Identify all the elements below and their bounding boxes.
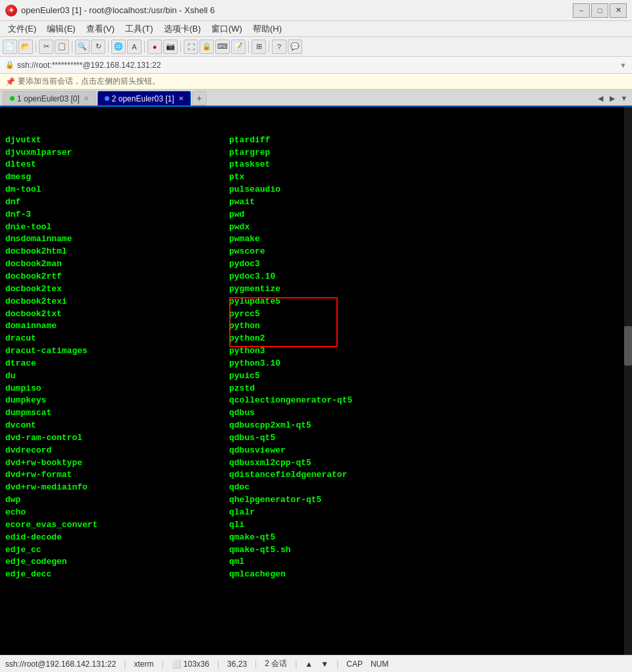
table-row: dwpqhelpgenerator-qt5 <box>5 494 627 507</box>
toolbar-sep5 <box>180 41 181 53</box>
toolbar-grid[interactable]: ⊞ <box>251 40 266 54</box>
toolbar-script[interactable]: 📝 <box>231 40 246 54</box>
minimize-button[interactable]: − <box>573 3 590 18</box>
status-size: ⬜ 103x36 <box>172 659 209 669</box>
table-row: dvd-ram-controlqdbus-qt5 <box>5 432 627 445</box>
tab-add-button[interactable]: + <box>192 91 207 105</box>
status-pos-text: 36,23 <box>227 659 247 669</box>
toolbar-sep7 <box>269 41 269 53</box>
menu-item-6[interactable]: 帮助(H) <box>248 22 287 36</box>
menu-item-0[interactable]: 文件(E) <box>3 22 41 36</box>
table-row: dm-toolpulseaudio <box>5 184 627 196</box>
toolbar-globe[interactable]: 🌐 <box>111 40 126 54</box>
toolbar-bubble[interactable]: 💬 <box>288 40 302 54</box>
status-num-text: NUM <box>371 659 388 669</box>
statusbar: ssh://root@192.168.142.131:22 | xterm | … <box>0 655 632 672</box>
table-row: dvcontqdbuscpp2xml-qt5 <box>5 420 627 432</box>
status-nav-down[interactable]: ▼ <box>321 659 329 669</box>
menu-item-1[interactable]: 编辑(E) <box>41 22 80 36</box>
addr-lock-icon: 🔒 <box>5 61 14 69</box>
toolbar-sep6 <box>248 41 249 53</box>
menubar: 文件(E)编辑(E)查看(V)工具(T)选项卡(B)窗口(W)帮助(H) <box>0 21 632 37</box>
toolbar-fullscreen[interactable]: ⛶ <box>184 40 198 54</box>
window-controls: − □ ✕ <box>573 3 627 18</box>
table-row: dracut-catimagespython3 <box>5 345 627 358</box>
tab-next-button[interactable]: ▶ <box>607 91 618 105</box>
toolbar-sep4 <box>144 41 145 53</box>
menu-item-2[interactable]: 查看(V) <box>81 22 120 36</box>
app-window: ✦ openEuler03 [1] - root@localhost:/usr/… <box>0 0 632 672</box>
menu-item-4[interactable]: 选项卡(B) <box>159 22 206 36</box>
menu-item-3[interactable]: 工具(T) <box>120 22 159 36</box>
toolbar-cut[interactable]: ✂ <box>39 40 53 54</box>
toolbar-sep3 <box>108 41 109 53</box>
toolbar-refresh[interactable]: ↻ <box>91 40 105 54</box>
status-sessions-text: 2 会话 <box>265 658 287 669</box>
toolbar-red[interactable]: ● <box>147 40 162 54</box>
table-row: dmesgptx <box>5 171 627 184</box>
tab-0-label: 1 openEuler03 [0] <box>17 94 80 103</box>
titlebar: ✦ openEuler03 [1] - root@localhost:/usr/… <box>0 0 632 21</box>
addr-dropdown-icon[interactable]: ▼ <box>619 61 627 69</box>
table-row: djvutxtptardiff <box>5 134 627 147</box>
tab-menu-button[interactable]: ▼ <box>619 91 629 105</box>
table-row: dnsdomainnamepwmake <box>5 233 627 246</box>
tabbar: 1 openEuler03 [0] ✕ 2 openEuler03 [1] ✕ … <box>0 90 632 107</box>
toolbar-copy[interactable]: 📋 <box>55 40 69 54</box>
table-row: docbook2texipylupdate5 <box>5 296 627 308</box>
infobar-text: 要添加当前会话，点击左侧的箭头按钮。 <box>18 76 160 87</box>
status-cap-text: CAP <box>346 659 363 669</box>
tab-1-close[interactable]: ✕ <box>178 95 184 102</box>
table-row: dumpmscatqdbus <box>5 407 627 420</box>
table-row: djvuxmlparserptargrep <box>5 147 627 159</box>
tab-0-dot <box>10 96 14 101</box>
addressbar: 🔒 ssh://root:**********@192.168.142.131:… <box>0 57 632 74</box>
toolbar-lock[interactable]: 🔒 <box>199 40 214 54</box>
table-row: dtracepython3.10 <box>5 358 627 370</box>
toolbar-camera[interactable]: 📷 <box>163 40 178 54</box>
table-row: dvd+rw-booktypeqdbusxml2cpp-qt5 <box>5 457 627 470</box>
status-nav-up[interactable]: ▲ <box>305 659 313 669</box>
scrollbar-thumb[interactable] <box>624 326 632 366</box>
tab-prev-button[interactable]: ◀ <box>595 91 606 105</box>
table-row: docbook2texpygmentize <box>5 283 627 296</box>
table-row: dnie-toolpwdx <box>5 221 627 234</box>
table-row: dvdrecordqdbusviewer <box>5 445 627 457</box>
table-row: echoqlalr <box>5 507 627 519</box>
table-row: edje_codegenqml <box>5 556 627 569</box>
status-pos: 36,23 <box>227 659 247 669</box>
terminal-area[interactable]: djvutxtptardiffdjvuxmlparserptargrepdlte… <box>0 107 632 655</box>
toolbar-new[interactable]: 📄 <box>3 40 17 54</box>
infobar: 📌 要添加当前会话，点击左侧的箭头按钮。 <box>0 74 632 90</box>
close-button[interactable]: ✕ <box>610 3 627 18</box>
tab-1-label: 2 openEuler03 [1] <box>112 94 174 103</box>
scrollbar[interactable] <box>624 107 632 655</box>
status-term-text: xterm <box>134 659 153 669</box>
table-row: dumpkeysqcollectiongenerator-qt5 <box>5 395 627 407</box>
tab-0-close[interactable]: ✕ <box>84 95 89 102</box>
toolbar-help[interactable]: ? <box>272 40 286 54</box>
addr-text: ssh://root:**********@192.168.142.131:22 <box>17 61 161 70</box>
tab-0[interactable]: 1 openEuler03 [0] ✕ <box>3 91 96 105</box>
toolbar-font[interactable]: A <box>127 40 142 54</box>
table-row: edid-decodeqmake-qt5 <box>5 532 627 544</box>
toolbar: 📄 📂 ✂ 📋 🔍 ↻ 🌐 A ● 📷 ⛶ 🔒 ⌨ 📝 ⊞ ? 💬 <box>0 37 632 57</box>
table-row: dracutpython2 <box>5 333 627 345</box>
status-term: xterm <box>134 659 153 669</box>
table-row: dupyuic5 <box>5 370 627 383</box>
tab-1[interactable]: 2 openEuler03 [1] ✕ <box>97 91 191 105</box>
maximize-button[interactable]: □ <box>591 3 608 18</box>
toolbar-open[interactable]: 📂 <box>18 40 33 54</box>
table-row: dltestptaskset <box>5 159 627 171</box>
status-sessions: 2 会话 <box>265 658 287 669</box>
table-row: dvd+rw-mediainfoqdoc <box>5 482 627 494</box>
status-cap: CAP <box>346 659 363 669</box>
toolbar-sep2 <box>72 41 72 53</box>
menu-item-5[interactable]: 窗口(W) <box>206 22 248 36</box>
terminal-content: djvutxtptardiffdjvuxmlparserptargrepdlte… <box>0 107 632 655</box>
toolbar-keyboard[interactable]: ⌨ <box>215 40 230 54</box>
table-row: ecore_evas_convertqli <box>5 519 627 532</box>
status-size-text: 103x36 <box>184 659 209 669</box>
toolbar-sep1 <box>36 41 36 53</box>
toolbar-search[interactable]: 🔍 <box>75 40 90 54</box>
